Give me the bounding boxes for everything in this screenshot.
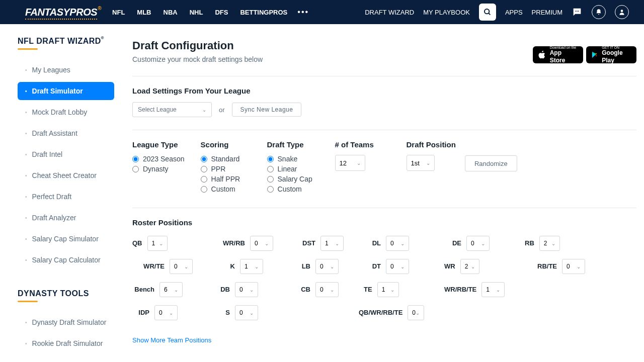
search-button[interactable] [479,4,496,21]
roster-label: WR/RB [223,239,245,247]
radio-ppr[interactable]: PPR [201,165,251,173]
radio-dynasty[interactable]: Dynasty [132,165,185,173]
notifications-icon[interactable] [592,5,606,19]
roster-select-dt[interactable]: 0⌄ [386,259,409,274]
league-type-col: League Type 2023 Season Dynasty [132,140,185,195]
sidebar-item-salary-cap-sim[interactable]: Salary Cap Simulator [18,230,114,248]
sidebar-item-rookie-sim[interactable]: Rookie Draft Simulator [18,334,114,352]
link-my-playbook[interactable]: MY PLAYBOOK [423,9,470,16]
svg-point-2 [575,11,576,12]
roster-label: DB [220,286,230,293]
link-apps[interactable]: APPS [505,9,523,16]
link-premium[interactable]: PREMIUM [532,9,562,16]
sidebar-item-dynasty-sim[interactable]: Dynasty Draft Simulator [18,313,114,331]
sidebar-item-perfect-draft[interactable]: Perfect Draft [18,188,114,206]
account-icon[interactable] [615,5,629,19]
top-nav: FANTASYPROS ® NFL MLB NBA NHL DFS BETTIN… [0,0,644,24]
radio-standard[interactable]: Standard [201,155,251,163]
logo-pros: PROS [69,7,97,18]
draft-position-col: Draft Position 1st ⌄ Randomize [407,140,517,195]
select-league-dropdown[interactable]: Select League ⌄ [132,102,212,117]
roster-item: WR/RB/TE1⌄ [444,281,505,297]
logo-reg: ® [98,6,101,11]
roster-select-qb-wr-rb-te[interactable]: 0⌄ [408,305,424,320]
sidebar-links-wizard: My Leagues Draft Simulator Mock Draft Lo… [18,61,114,269]
sidebar-item-draft-analyzer[interactable]: Draft Analyzer [18,209,114,227]
radio-2023-season[interactable]: 2023 Season [132,155,185,163]
roster-select-wr-te[interactable]: 0⌄ [170,259,193,274]
roster-select-dl[interactable]: 0⌄ [386,236,409,251]
radio-scoring-custom[interactable]: Custom [201,185,251,193]
sidebar-item-cheat-sheet[interactable]: Cheat Sheet Creator [18,166,114,185]
chevron-down-icon: ⌄ [202,107,206,113]
roster-select-bench[interactable]: 6⌄ [159,282,183,297]
chevron-down-icon: ⌄ [255,264,259,269]
sync-league-button[interactable]: Sync New League [232,103,302,117]
sidebar-item-draft-assistant[interactable]: Draft Assistant [18,124,114,142]
sidebar-item-draft-intel[interactable]: Draft Intel [18,145,114,163]
randomize-button[interactable]: Randomize [465,155,517,171]
show-more-positions[interactable]: Show More Team Positions [132,336,211,344]
chevron-down-icon: ⌄ [471,264,475,269]
chevron-down-icon: ⌄ [481,241,485,246]
roster-select-cb[interactable]: 0⌄ [315,282,339,297]
radio-snake[interactable]: Snake [267,155,317,163]
nav-main: NFL MLB NBA NHL DFS BETTINGPROS [112,9,287,16]
logo[interactable]: FANTASYPROS ® [25,7,97,18]
link-draft-wizard[interactable]: DRAFT WIZARD [365,9,414,16]
google-play-badge[interactable]: GET IT ONGoogle Play [586,46,636,63]
sidebar-item-my-leagues[interactable]: My Leagues [18,61,114,79]
roster-item: CB0⌄ [293,281,339,297]
roster-item: RB2⌄ [525,235,560,251]
roster-select-db[interactable]: 0⌄ [235,282,258,297]
roster-select-wr[interactable]: 2⌄ [460,259,479,274]
roster-select-wr-rb-te[interactable]: 1⌄ [481,282,505,297]
roster-select-idp[interactable]: 0⌄ [154,305,178,320]
sidebar-item-draft-simulator[interactable]: Draft Simulator [18,82,114,100]
roster-item: K1⌄ [213,258,263,274]
nav-more-icon[interactable]: ••• [297,8,309,17]
nav-dfs[interactable]: DFS [215,9,228,16]
sidebar-item-salary-cap-calc[interactable]: Salary Cap Calculator [18,251,114,269]
apple-icon [538,50,547,60]
roster-select-te[interactable]: 1⌄ [377,282,399,297]
position-select[interactable]: 1st ⌄ [407,155,435,171]
chevron-down-icon: ⌄ [250,310,254,316]
roster-select-wr-rb[interactable]: 0⌄ [250,236,273,251]
roster-item: TE1⌄ [364,281,399,297]
radio-half-ppr[interactable]: Half PPR [201,175,251,183]
radio-salary-cap[interactable]: Salary Cap [267,175,317,183]
radio-linear[interactable]: Linear [267,165,317,173]
roster-select-de[interactable]: 0⌄ [466,236,490,251]
roster-select-qb[interactable]: 1⌄ [147,236,168,251]
svg-point-4 [578,11,579,12]
roster-label: DL [372,239,381,247]
apple-store-badge[interactable]: Download on theApp Store [533,46,583,63]
load-settings-row: Select League ⌄ or Sync New League [132,102,636,117]
nav-nfl[interactable]: NFL [112,9,125,16]
roster-item: QB/WR/RB/TE0⌄ [364,304,424,320]
nav-betting[interactable]: BETTINGPROS [240,9,287,16]
nav-mlb[interactable]: MLB [137,9,151,16]
chevron-down-icon: ⌄ [400,264,405,269]
roster-label: RB [525,239,534,247]
roster-select-lb[interactable]: 0⌄ [315,259,339,274]
draft-type-col: Draft Type Snake Linear Salary Cap Custo… [267,140,317,195]
teams-select[interactable]: 12 ⌄ [335,155,365,171]
roster-select-k[interactable]: 1⌄ [240,259,263,274]
svg-point-0 [485,9,489,14]
roster-item: S0⌄ [213,304,258,320]
roster-select-rb-te[interactable]: 0⌄ [562,259,585,274]
chevron-down-icon: ⌄ [551,241,555,246]
chat-icon[interactable] [572,7,583,18]
roster-select-s[interactable]: 0⌄ [235,305,258,320]
roster-item: DL0⌄ [364,235,409,251]
roster-select-rb[interactable]: 2⌄ [539,236,560,251]
sidebar-item-mock-draft-lobby[interactable]: Mock Draft Lobby [18,103,114,121]
roster-item: WR/TE0⌄ [132,258,193,274]
nav-nba[interactable]: NBA [164,9,178,16]
roster-label: CB [301,286,310,293]
nav-nhl[interactable]: NHL [190,9,203,16]
roster-select-dst[interactable]: 1⌄ [320,236,344,251]
radio-draft-custom[interactable]: Custom [267,185,317,193]
